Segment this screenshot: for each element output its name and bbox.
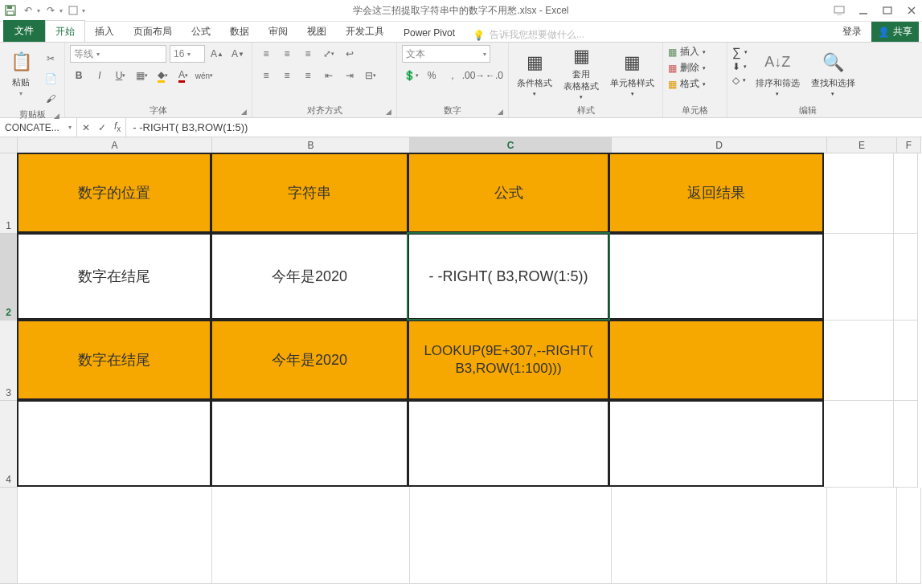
cell[interactable]: 数字在结尾	[17, 320, 211, 400]
tab-page-layout[interactable]: 页面布局	[124, 21, 182, 42]
row-header-2[interactable]: 2	[0, 234, 18, 321]
tab-data[interactable]: 数据	[220, 21, 259, 42]
name-box-caret-icon[interactable]: ▾	[68, 124, 72, 131]
cell[interactable]	[609, 400, 824, 487]
cell[interactable]	[18, 488, 212, 584]
redo-dropdown-icon[interactable]: ▾	[59, 7, 63, 14]
decrease-decimal-icon[interactable]: ←.0	[486, 67, 503, 84]
underline-icon[interactable]: U▾	[112, 67, 129, 84]
formula-input[interactable]: - -RIGHT( B3,ROW(1:5))	[126, 118, 922, 137]
cell[interactable]	[211, 400, 408, 487]
cell[interactable]	[410, 488, 612, 584]
qat-customize-icon[interactable]: ▾	[82, 7, 85, 14]
decrease-indent-icon[interactable]: ⇤	[320, 67, 338, 84]
tab-power-pivot[interactable]: Power Pivot	[394, 23, 465, 42]
align-right-icon[interactable]: ≡	[299, 67, 317, 84]
copy-icon[interactable]: 📄	[42, 70, 59, 88]
cancel-formula-icon[interactable]: ✕	[82, 122, 90, 133]
align-center-icon[interactable]: ≡	[278, 67, 296, 84]
format-cells-button[interactable]: ▦格式▾	[668, 77, 706, 91]
cell[interactable]: 数字在结尾	[17, 233, 211, 320]
decrease-font-icon[interactable]: A▼	[229, 45, 247, 63]
cell[interactable]	[824, 153, 894, 234]
cell[interactable]: 数字的位置	[17, 153, 211, 233]
undo-dropdown-icon[interactable]: ▾	[37, 7, 40, 14]
login-link[interactable]: 登录	[836, 22, 868, 42]
column-header-E[interactable]: E	[827, 137, 897, 153]
tab-developer[interactable]: 开发工具	[336, 21, 394, 42]
paste-dropdown-icon[interactable]: ▾	[19, 90, 23, 97]
cell[interactable]	[609, 320, 824, 400]
cell-style-button[interactable]: ▦单元格样式▾	[607, 45, 658, 101]
fill-color-icon[interactable]: ◆▾	[154, 67, 171, 84]
font-launcher-icon[interactable]: ◢	[241, 108, 247, 116]
increase-font-icon[interactable]: A▲	[208, 45, 226, 63]
insert-cells-button[interactable]: ▦插入▾	[668, 45, 706, 59]
percent-icon[interactable]: %	[423, 67, 441, 84]
cell[interactable]: 字符串	[211, 153, 408, 233]
tab-home[interactable]: 开始	[45, 20, 85, 42]
row-header-4[interactable]: 4	[0, 401, 18, 488]
tell-me[interactable]: 💡 告诉我您想要做什么...	[473, 28, 584, 42]
font-size-combo[interactable]: 16▾	[170, 45, 205, 63]
enter-formula-icon[interactable]: ✓	[98, 122, 106, 133]
align-bottom-icon[interactable]: ≡	[299, 45, 317, 63]
align-left-icon[interactable]: ≡	[257, 67, 275, 84]
fill-button[interactable]: ⬇▾	[732, 61, 748, 72]
increase-decimal-icon[interactable]: .00→	[465, 67, 482, 84]
cell[interactable]	[824, 321, 894, 401]
cell[interactable]	[612, 488, 827, 584]
autosum-button[interactable]: ∑▾	[732, 45, 748, 59]
share-button[interactable]: 👤 共享	[871, 22, 919, 42]
cell[interactable]	[408, 400, 609, 487]
cell[interactable]	[894, 321, 918, 401]
orientation-icon[interactable]: ⤢▾	[320, 45, 338, 63]
save-icon[interactable]	[3, 3, 18, 18]
cell[interactable]	[897, 488, 921, 584]
cell[interactable]	[894, 153, 918, 234]
select-all-corner[interactable]	[0, 137, 18, 153]
cell[interactable]	[894, 234, 918, 321]
tab-file[interactable]: 文件	[3, 20, 45, 42]
column-header-C[interactable]: C	[410, 137, 612, 153]
phonetic-icon[interactable]: wén▾	[195, 67, 213, 84]
cut-icon[interactable]: ✂	[42, 50, 59, 67]
ribbon-options-icon[interactable]	[832, 3, 846, 18]
delete-cells-button[interactable]: ▦删除▾	[668, 61, 706, 75]
tab-formulas[interactable]: 公式	[182, 21, 220, 42]
row-header-3[interactable]: 3	[0, 321, 18, 401]
sort-filter-button[interactable]: A↓Z排序和筛选▾	[752, 45, 803, 101]
increase-indent-icon[interactable]: ⇥	[341, 67, 359, 84]
cell[interactable]: 今年是2020	[211, 233, 408, 320]
cell[interactable]	[17, 400, 211, 487]
cell[interactable]: 今年是2020	[211, 320, 408, 400]
bold-icon[interactable]: B	[70, 67, 88, 84]
row-header-1[interactable]: 1	[0, 153, 18, 234]
font-name-combo[interactable]: 等线▾	[70, 45, 166, 63]
table-format-button[interactable]: ▦套用 表格格式▾	[560, 45, 602, 101]
number-launcher-icon[interactable]: ◢	[498, 108, 503, 116]
currency-icon[interactable]: 💲▾	[402, 67, 420, 84]
cell[interactable]	[894, 401, 918, 488]
fx-icon[interactable]: fx	[114, 120, 121, 133]
minimize-icon[interactable]	[856, 3, 871, 18]
cell[interactable]	[824, 234, 894, 321]
cell[interactable]	[824, 401, 894, 488]
merge-icon[interactable]: ⊟▾	[362, 67, 379, 84]
cell[interactable]	[827, 488, 897, 584]
alignment-launcher-icon[interactable]: ◢	[386, 108, 391, 116]
cell[interactable]	[609, 233, 824, 320]
name-box[interactable]: CONCATE... ▾	[0, 118, 77, 137]
undo-icon[interactable]: ↶	[21, 3, 35, 18]
format-painter-icon[interactable]: 🖌	[42, 90, 59, 108]
number-format-combo[interactable]: 文本▾	[402, 45, 490, 63]
clipboard-launcher-icon[interactable]: ◢	[54, 112, 59, 120]
find-select-button[interactable]: 🔍查找和选择▾	[808, 45, 858, 101]
row-header-[interactable]	[0, 488, 18, 584]
italic-icon[interactable]: I	[91, 67, 109, 84]
cell[interactable]: 返回结果	[609, 153, 824, 233]
cell[interactable]: 公式	[408, 153, 609, 233]
wrap-text-icon[interactable]: ↩	[341, 45, 359, 63]
paste-button[interactable]: 📋 粘贴 ▾	[5, 45, 37, 101]
column-header-A[interactable]: A	[18, 137, 212, 153]
